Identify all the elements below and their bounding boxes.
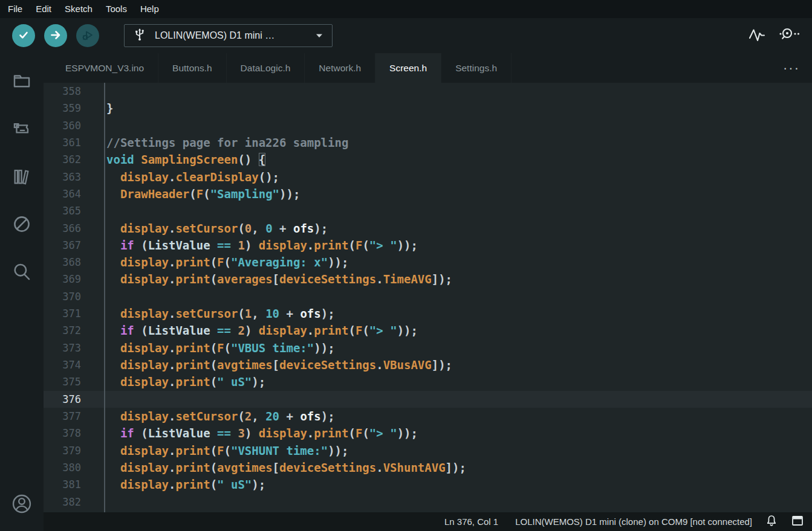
board-selector-dropdown[interactable]: LOLIN(WEMOS) D1 mini … (124, 24, 333, 47)
code-line[interactable]: 371 display.setCursor(1, 10 + ofs); (44, 305, 812, 322)
code-line[interactable]: 363 display.clearDisplay(); (44, 169, 812, 185)
code-text: display.print(avgtimes[deviceSettings.VS… (104, 459, 466, 476)
folder-icon (11, 71, 33, 93)
menu-item-tools[interactable]: Tools (99, 0, 134, 18)
code-text: display.print(" uS"); (104, 476, 265, 493)
code-text: display.setCursor(0, 0 + ofs); (104, 220, 328, 237)
line-number: 381 (44, 476, 104, 493)
account-icon (10, 493, 33, 517)
toggle-bottom-panel-button[interactable] (791, 514, 804, 529)
line-number: 379 (44, 442, 104, 459)
panel-toggle-icon (791, 514, 804, 529)
code-line[interactable]: 377 display.setCursor(2, 20 + ofs); (44, 408, 812, 425)
verify-button[interactable] (12, 24, 35, 47)
line-number: 361 (44, 134, 104, 151)
code-line[interactable]: 365 (44, 202, 812, 219)
menu-item-edit[interactable]: Edit (29, 0, 58, 18)
notifications-button[interactable] (765, 514, 778, 529)
code-line[interactable]: 370 (44, 288, 812, 305)
menu-bar: FileEditSketchToolsHelp (0, 0, 812, 18)
code-editor[interactable]: 358359}360361//Settings page for ina226 … (44, 83, 812, 512)
indent-guide-line (104, 83, 105, 512)
code-line[interactable]: 358 (44, 83, 812, 100)
debug-play-icon (80, 28, 95, 44)
line-number: 359 (44, 100, 104, 117)
line-number: 374 (44, 356, 104, 373)
main-region: ESPVMON_V3.inoButtons.hDataLogic.hNetwor… (0, 53, 812, 531)
code-line[interactable]: 382 (44, 494, 812, 510)
code-line[interactable]: 381 display.print(" uS"); (44, 476, 812, 493)
tab-settings-h[interactable]: Settings.h (441, 53, 512, 83)
code-line[interactable]: 364 DrawHeader(F("Sampling")); (44, 185, 812, 202)
more-actions-button[interactable]: ··· (783, 53, 800, 83)
debug-button[interactable] (76, 24, 99, 47)
books-icon (11, 166, 33, 188)
tab-espvmon-v3-ino[interactable]: ESPVMON_V3.ino (51, 53, 158, 83)
code-line[interactable]: 367 if (ListValue == 1) display.print(F(… (44, 237, 812, 254)
sidebar-item-debug[interactable] (0, 205, 44, 244)
sidebar-item-account[interactable] (0, 485, 44, 524)
code-line[interactable]: 375 display.print(" uS"); (44, 373, 812, 390)
bell-icon (765, 514, 778, 529)
code-line[interactable]: 378 if (ListValue == 3) display.print(F(… (44, 425, 812, 442)
code-text: display.print(F("Averaging: x")); (104, 254, 348, 271)
menu-item-sketch[interactable]: Sketch (58, 0, 99, 18)
code-line[interactable]: 373 display.print(F("VBUS time:")); (44, 340, 812, 356)
upload-button[interactable] (44, 24, 67, 47)
toolbar: LOLIN(WEMOS) D1 mini … (0, 18, 812, 53)
usb-icon (133, 27, 146, 44)
code-text: display.print(F("VBUS time:")); (104, 340, 335, 356)
code-text: DrawHeader(F("Sampling")); (104, 185, 300, 202)
line-number: 370 (44, 288, 104, 305)
tab-screen-h[interactable]: Screen.h (375, 53, 441, 83)
menu-item-help[interactable]: Help (134, 0, 166, 18)
serial-plotter-button[interactable] (748, 27, 766, 45)
code-text: display.print(F("VSHUNT time:")); (104, 442, 348, 459)
tab-buttons-h[interactable]: Buttons.h (158, 53, 227, 83)
tab-network-h[interactable]: Network.h (305, 53, 375, 83)
code-text: } (104, 100, 113, 117)
line-number: 378 (44, 425, 104, 442)
code-line[interactable]: 372 if (ListValue == 2) display.print(F(… (44, 322, 812, 339)
code-line[interactable]: 361//Settings page for ina226 sampling (44, 134, 812, 151)
code-line[interactable]: 374 display.print(avgtimes[deviceSetting… (44, 356, 812, 373)
code-line[interactable]: 379 display.print(F("VSHUNT time:")); (44, 442, 812, 459)
code-line[interactable]: 380 display.print(avgtimes[deviceSetting… (44, 459, 812, 476)
sidebar-item-sketchbook[interactable] (0, 62, 44, 101)
caret-down-icon (315, 30, 323, 41)
line-number: 382 (44, 494, 104, 510)
sidebar-item-boards-manager[interactable] (0, 110, 44, 149)
code-lines-container: 358359}360361//Settings page for ina226 … (44, 83, 812, 510)
tab-label: DataLogic.h (241, 63, 291, 74)
line-number: 376 (44, 391, 104, 408)
sidebar-item-library-manager[interactable] (0, 158, 44, 196)
line-number: 358 (44, 83, 104, 100)
line-number: 368 (44, 254, 104, 271)
sidebar-item-search[interactable] (0, 253, 44, 292)
code-line[interactable]: 360 (44, 117, 812, 134)
code-line[interactable]: 359} (44, 100, 812, 117)
code-line[interactable]: 376 (44, 391, 812, 408)
code-line[interactable]: 369 display.print(averages[deviceSetting… (44, 271, 812, 288)
tab-datalogic-h[interactable]: DataLogic.h (227, 53, 305, 83)
board-icon (11, 118, 33, 141)
code-text: if (ListValue == 3) display.print(F("> "… (104, 425, 418, 442)
serial-monitor-icon (777, 27, 801, 45)
code-text: display.print(avgtimes[deviceSettings.VB… (104, 356, 452, 373)
work-area: ESPVMON_V3.inoButtons.hDataLogic.hNetwor… (44, 53, 812, 531)
line-number: 367 (44, 237, 104, 254)
tab-label: ESPVMON_V3.ino (65, 63, 144, 74)
toolbar-right (748, 18, 801, 53)
arrow-right-icon (48, 28, 63, 44)
tab-label: Screen.h (389, 63, 427, 74)
code-line[interactable]: 368 display.print(F("Averaging: x")); (44, 254, 812, 271)
board-connection-status: LOLIN(WEMOS) D1 mini (clone) on COM9 [no… (515, 517, 752, 527)
code-text: display.setCursor(1, 10 + ofs); (104, 305, 335, 322)
line-number: 375 (44, 373, 104, 390)
menu-item-file[interactable]: File (1, 0, 29, 18)
line-number: 366 (44, 220, 104, 237)
line-number: 380 (44, 459, 104, 476)
serial-monitor-button[interactable] (777, 27, 801, 45)
code-line[interactable]: 362void SamplingScreen() { (44, 151, 812, 168)
code-line[interactable]: 366 display.setCursor(0, 0 + ofs); (44, 220, 812, 237)
